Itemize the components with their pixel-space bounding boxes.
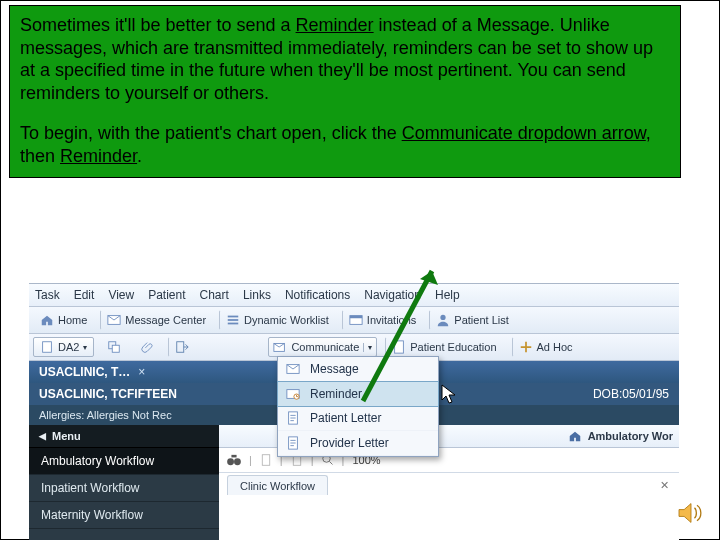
home-label: Home (58, 314, 87, 326)
menu-bar: Task Edit View Patient Chart Links Notif… (29, 284, 679, 307)
document-icon (392, 340, 406, 354)
close-icon[interactable]: ✕ (660, 479, 669, 492)
message-icon (286, 362, 300, 376)
letter-icon (286, 411, 300, 425)
chevron-left-icon: ◀ (39, 431, 46, 441)
clipboard-icon (40, 340, 54, 354)
invitations-label: Invitations (367, 314, 417, 326)
exit-button[interactable] (168, 337, 196, 357)
dropdown-label: Provider Letter (310, 436, 389, 450)
dropdown-item-message[interactable]: Message (278, 357, 438, 382)
patient-education-label: Patient Education (410, 341, 496, 353)
chart-sidebar: ◀ Menu Ambulatory Workflow Inpatient Wor… (29, 425, 219, 540)
sidebar-item-label: Inpatient Workflow (41, 481, 140, 495)
sidebar-item-inpatient[interactable]: Inpatient Workflow (29, 475, 219, 502)
plus-icon (519, 340, 533, 354)
communicate-icon (273, 340, 287, 354)
allergies-text: Allergies: Allergies Not Rec (39, 409, 172, 421)
menu-view[interactable]: View (108, 288, 134, 302)
da2-button[interactable]: DA2▾ (33, 337, 94, 357)
tab-clinic-workflow[interactable]: Clinic Workflow (227, 475, 328, 495)
svg-rect-1 (228, 316, 239, 318)
attach-button[interactable] (134, 337, 162, 357)
instruction-callout: Sometimes it'll be better to send a Remi… (9, 5, 681, 178)
letter-icon (286, 436, 300, 450)
da2-label: DA2 (58, 341, 79, 353)
message-center-button[interactable]: Message Center (100, 310, 213, 330)
svg-point-14 (234, 458, 241, 465)
card-icon (349, 313, 363, 327)
svg-rect-16 (262, 455, 270, 466)
binoculars-icon[interactable] (227, 454, 241, 466)
list-icon (226, 313, 240, 327)
page-title-text: Ambulatory Wor (588, 430, 673, 442)
chevron-down-icon: ▾ (83, 343, 87, 352)
svg-rect-9 (113, 345, 120, 352)
svg-rect-15 (231, 455, 236, 458)
dropdown-item-reminder[interactable]: Reminder (277, 381, 439, 407)
speaker-icon[interactable] (677, 501, 705, 525)
dob-label: DOB: (593, 387, 622, 401)
menu-links[interactable]: Links (243, 288, 271, 302)
callout-keyword-reminder2: Reminder (60, 146, 137, 166)
dropdown-label: Patient Letter (310, 411, 381, 425)
dob-value: 05/01/95 (622, 387, 669, 401)
dropdown-label: Reminder (310, 387, 362, 401)
menu-navigation[interactable]: Navigation (364, 288, 421, 302)
dropdown-label: Message (310, 362, 359, 376)
svg-rect-3 (228, 323, 239, 325)
workflow-tabs: Clinic Workflow ✕ (219, 473, 679, 497)
callout-keyword-reminder: Reminder (296, 15, 374, 35)
dynamic-worklist-button[interactable]: Dynamic Worklist (219, 310, 336, 330)
menu-task[interactable]: Task (35, 288, 60, 302)
adhoc-button[interactable]: Ad Hoc (512, 337, 580, 357)
svg-rect-12 (395, 341, 404, 353)
dynamic-worklist-label: Dynamic Worklist (244, 314, 329, 326)
home-icon (568, 429, 582, 443)
window-icon (107, 340, 121, 354)
toolbar-row-1: Home Message Center Dynamic Worklist Inv… (29, 307, 679, 334)
svg-rect-10 (177, 342, 184, 353)
tear-off-button[interactable] (100, 337, 128, 357)
reminder-icon (286, 387, 300, 401)
paperclip-icon (141, 340, 155, 354)
mouse-cursor-icon (441, 384, 459, 406)
menu-help[interactable]: Help (435, 288, 460, 302)
dropdown-item-provider-letter[interactable]: Provider Letter (278, 431, 438, 456)
message-center-label: Message Center (125, 314, 206, 326)
callout-text: To begin, with the patient's chart open,… (20, 123, 402, 143)
patient-education-button[interactable]: Patient Education (385, 337, 503, 357)
invitations-button[interactable]: Invitations (342, 310, 424, 330)
adhoc-label: Ad Hoc (537, 341, 573, 353)
mail-icon (107, 313, 121, 327)
menu-notifications[interactable]: Notifications (285, 288, 350, 302)
dropdown-item-patient-letter[interactable]: Patient Letter (278, 406, 438, 431)
patient-list-button[interactable]: Patient List (429, 310, 515, 330)
callout-keyword-dropdown: Communicate dropdown arrow (402, 123, 646, 143)
menu-chart[interactable]: Chart (200, 288, 229, 302)
page-icon[interactable] (260, 454, 272, 466)
menu-edit[interactable]: Edit (74, 288, 95, 302)
svg-rect-7 (43, 342, 52, 353)
home-button[interactable]: Home (33, 310, 94, 330)
svg-point-13 (227, 458, 234, 465)
communicate-dropdown-menu: Message Reminder Patient Letter Provider… (277, 356, 439, 457)
communicate-dropdown-arrow[interactable]: ▾ (363, 343, 372, 352)
sidebar-item-ambulatory[interactable]: Ambulatory Workflow (29, 448, 219, 475)
sidebar-item-label: Maternity Workflow (41, 508, 143, 522)
ehr-application-window: Task Edit View Patient Chart Links Notif… (29, 283, 679, 534)
svg-point-6 (441, 315, 446, 320)
close-tab-icon[interactable]: × (138, 365, 145, 379)
menu-patient[interactable]: Patient (148, 288, 185, 302)
communicate-label: Communicate (291, 341, 359, 353)
patient-tab-label: USACLINIC, T… (39, 365, 130, 379)
page-title: Ambulatory Wor (568, 429, 673, 443)
tab-label: Clinic Workflow (240, 480, 315, 492)
patient-name: USACLINIC, TCFIFTEEN (39, 387, 177, 401)
sidebar-menu-header[interactable]: ◀ Menu (29, 425, 219, 448)
callout-text: . (137, 146, 142, 166)
patient-dob: DOB:05/01/95 (593, 387, 669, 401)
sidebar-item-maternity[interactable]: Maternity Workflow (29, 502, 219, 529)
exit-icon (175, 340, 189, 354)
communicate-button[interactable]: Communicate ▾ (268, 337, 377, 357)
